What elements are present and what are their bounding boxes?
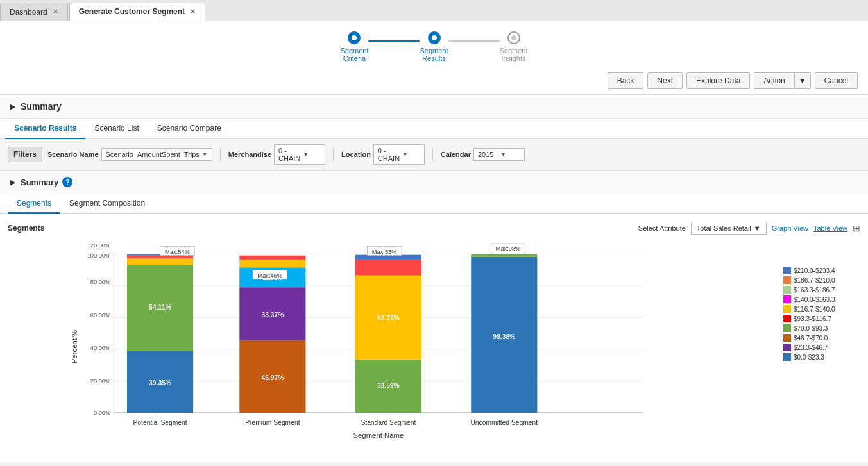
y-axis-label: Percent % xyxy=(71,330,78,363)
wizard-line-1 xyxy=(368,40,420,42)
tab-scenario-results[interactable]: Scenario Results xyxy=(5,119,85,139)
bar-standard-red xyxy=(355,260,421,276)
legend-color-5 xyxy=(783,315,791,322)
filter-calendar-label: Calendar xyxy=(441,151,471,158)
attribute-select[interactable]: Total Sales Retail ▼ xyxy=(691,222,767,235)
svg-text:Uncommitted Segment: Uncommitted Segment xyxy=(470,419,538,426)
segment-tab-composition[interactable]: Segment Composition xyxy=(60,194,154,214)
svg-text:100.00%: 100.00% xyxy=(87,253,111,259)
wizard-step-insights: SegmentInsights xyxy=(500,31,528,62)
summary-section-header[interactable]: ▶ Summary xyxy=(0,95,868,119)
tab-dashboard-label: Dashboard xyxy=(10,8,47,17)
help-icon[interactable]: ? xyxy=(62,177,72,187)
legend-label-1: $186.7-$210.0 xyxy=(794,277,835,284)
filter-location-arrow: ▼ xyxy=(402,151,420,158)
filter-scenario-select[interactable]: Scenario_AmountSpent_Trips ▼ xyxy=(101,148,212,161)
wizard-label-criteria: SegmentCriteria xyxy=(340,47,368,62)
filter-divider-2 xyxy=(333,148,334,161)
filter-scenario-value: Scenario_AmountSpent_Trips xyxy=(106,151,200,158)
bar-potential-yellow xyxy=(127,258,193,265)
legend-label-8: $23.3-$46.7 xyxy=(794,344,828,351)
filter-scenario-arrow: ▼ xyxy=(202,151,208,158)
filter-merchandise-label: Merchandise xyxy=(228,151,271,158)
export-icon[interactable]: ⊞ xyxy=(853,223,860,233)
chart-controls: Segments Select Attribute Total Sales Re… xyxy=(8,222,860,235)
legend-label-6: $70.0-$93.3 xyxy=(794,325,828,332)
segment-tabs: Segments Segment Composition xyxy=(0,194,868,214)
legend-label-0: $210.0-$233.4 xyxy=(794,267,835,274)
legend-color-2 xyxy=(783,286,791,294)
legend-item-1: $186.7-$210.0 xyxy=(783,276,860,284)
legend-label-5: $93.3-$116.7 xyxy=(794,315,831,322)
legend-label-2: $163.3-$186.7 xyxy=(794,287,835,294)
tab-generate-label: Generate Customer Segment xyxy=(79,7,185,16)
wizard-step-criteria: SegmentCriteria xyxy=(340,31,368,62)
filter-divider-3 xyxy=(432,148,433,161)
action-button[interactable]: Action xyxy=(754,72,794,89)
tab-scenario-list[interactable]: Scenario List xyxy=(85,119,148,139)
filter-merchandise-arrow: ▼ xyxy=(303,151,321,158)
wizard-line-2 xyxy=(448,40,500,42)
segment-tab-segments[interactable]: Segments xyxy=(8,194,60,214)
chart-svg-area: Percent % 0.00% 20.00% 40.00% 60.00% 80.… xyxy=(8,241,776,454)
legend-label-7: $46.7-$70.0 xyxy=(794,335,828,342)
wizard-label-insights: SegmentInsights xyxy=(500,47,528,62)
section-summary-header[interactable]: ▶ Summary ? xyxy=(0,171,868,194)
legend-color-4 xyxy=(783,305,791,313)
filter-scenario-name: Scenario Name Scenario_AmountSpent_Trips… xyxy=(47,148,212,161)
legend-label-3: $140.0-$163.3 xyxy=(794,296,835,303)
svg-text:120.00%: 120.00% xyxy=(87,242,111,249)
filter-merchandise: Merchandise 0 - CHAIN ▼ xyxy=(228,144,325,165)
bar-potential-red xyxy=(127,256,193,258)
svg-text:Segment Name: Segment Name xyxy=(353,431,404,439)
svg-text:52.75%: 52.75% xyxy=(377,315,400,322)
attribute-arrow-icon: ▼ xyxy=(754,224,761,232)
chart-legend: $210.0-$233.4 $186.7-$210.0 $163.3-$186.… xyxy=(783,241,860,454)
filters-row: Filters Scenario Name Scenario_AmountSpe… xyxy=(0,139,868,171)
filter-location-value: 0 - CHAIN xyxy=(378,147,400,162)
tab-dashboard[interactable]: Dashboard ✕ xyxy=(0,3,68,21)
wizard-circle-criteria xyxy=(348,31,361,44)
tab-dashboard-close[interactable]: ✕ xyxy=(53,8,58,16)
svg-text:40.00%: 40.00% xyxy=(90,345,110,351)
filter-location-select[interactable]: 0 - CHAIN ▼ xyxy=(373,144,425,165)
tab-generate-close[interactable]: ✕ xyxy=(190,8,196,16)
explore-data-button[interactable]: Explore Data xyxy=(686,72,750,89)
next-button[interactable]: Next xyxy=(647,72,683,89)
summary-title: Summary xyxy=(21,101,62,112)
tab-scenario-compare[interactable]: Scenario Compare xyxy=(148,119,230,139)
filter-location-label: Location xyxy=(341,151,371,158)
back-button[interactable]: Back xyxy=(608,72,644,89)
legend-item-3: $140.0-$163.3 xyxy=(783,295,860,303)
legend-color-3 xyxy=(783,295,791,303)
svg-text:20.00%: 20.00% xyxy=(90,378,110,385)
svg-text:33.37%: 33.37% xyxy=(261,312,284,319)
svg-text:Premium Segment: Premium Segment xyxy=(245,419,300,426)
svg-text:80.00%: 80.00% xyxy=(90,279,110,285)
attribute-value: Total Sales Retail xyxy=(697,224,751,232)
legend-item-9: $0.0-$23.3 xyxy=(783,353,860,361)
legend-item-6: $70.0-$93.3 xyxy=(783,324,860,332)
filter-calendar-select[interactable]: 2015 ▼ xyxy=(473,148,525,161)
legend-label-4: $116.7-$140.0 xyxy=(794,306,835,313)
filter-merchandise-select[interactable]: 0 - CHAIN ▼ xyxy=(274,144,325,165)
graph-view-button[interactable]: Graph View xyxy=(772,224,808,232)
legend-item-7: $46.7-$70.0 xyxy=(783,334,860,342)
chart-controls-right: Select Attribute Total Sales Retail ▼ Gr… xyxy=(638,222,860,235)
wizard-circle-results xyxy=(428,31,441,44)
filter-calendar-arrow: ▼ xyxy=(500,151,520,158)
section-summary-title: Summary xyxy=(21,178,58,187)
action-dropdown-button[interactable]: ▼ xyxy=(794,72,811,89)
tab-generate-customer-segment[interactable]: Generate Customer Segment ✕ xyxy=(69,3,205,21)
filters-label: Filters xyxy=(8,147,42,162)
main-content: SegmentCriteria SegmentResults SegmentIn… xyxy=(0,21,868,462)
bar-uncommitted-green xyxy=(471,254,537,257)
toolbar: Back Next Explore Data Action ▼ Cancel xyxy=(0,67,868,95)
cancel-button[interactable]: Cancel xyxy=(815,72,858,89)
table-view-button[interactable]: Table View xyxy=(813,224,847,232)
legend-item-0: $210.0-$233.4 xyxy=(783,267,860,274)
legend-color-6 xyxy=(783,324,791,332)
legend-item-8: $23.3-$46.7 xyxy=(783,344,860,351)
tab-bar: Dashboard ✕ Generate Customer Segment ✕ xyxy=(0,0,868,21)
svg-text:0.00%: 0.00% xyxy=(94,410,110,416)
